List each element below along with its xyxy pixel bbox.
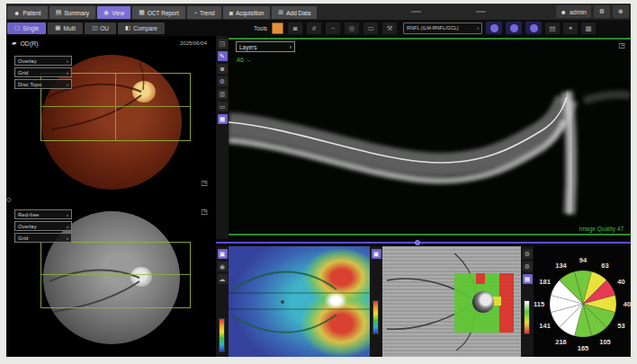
fullscreen-icon-bscan[interactable]: ◳ — [618, 41, 625, 49]
gear-icon[interactable]: ⚙ — [523, 262, 533, 271]
gear-icon[interactable]: ⚙ — [523, 249, 533, 259]
cloud-icon[interactable]: ☁ — [218, 274, 228, 284]
image-icon[interactable]: ▣ — [372, 249, 381, 259]
fullscreen-icon[interactable]: ◳ — [201, 179, 208, 187]
left-panel-header: ▰ OD(R) 2025/06/04 — [6, 36, 216, 50]
redfree-menu-stack: Red-free›Overlay›Grid› — [14, 209, 72, 243]
layers-button[interactable]: Layers › — [236, 41, 295, 52]
redfree-menu-red-free[interactable]: Red-free› — [14, 209, 72, 219]
overlap-button[interactable]: ▩ — [581, 22, 596, 34]
tab-patient[interactable]: ☻Patient — [7, 6, 48, 19]
report-icon: ▦ — [139, 9, 145, 16]
view-mode-ou[interactable]: ◫OU — [85, 22, 116, 34]
pie-value-hour-11: 134 — [555, 262, 567, 270]
tab-trend[interactable]: ◔Trend — [187, 6, 221, 19]
redfree-fundus-panel[interactable]: Red-free›Overlay›Grid› ◳ — [8, 200, 214, 354]
image-icon[interactable]: ▣ — [218, 249, 228, 259]
menu-label: Red-free — [18, 212, 39, 218]
tab-view[interactable]: ◉View — [97, 6, 130, 19]
circle-button-2[interactable] — [506, 22, 522, 34]
user-label: admin — [570, 9, 587, 15]
sig-red-patch-top — [476, 273, 485, 284]
settings-button[interactable]: ⚙ — [594, 5, 610, 18]
pie-value-hour-5: 105 — [599, 338, 611, 346]
camera-tool-button[interactable]: ◙ — [288, 22, 302, 34]
fullscreen-icon-2[interactable]: ◳ — [201, 208, 208, 216]
mode-label: Multi — [63, 25, 76, 31]
fundus-menu-disc-topo[interactable]: Disc Topo› — [14, 79, 72, 89]
ruler-tool-button[interactable]: ▭ — [363, 22, 378, 34]
menu-label: Overlay — [18, 224, 37, 229]
target-tool-button[interactable]: ◎ — [345, 22, 359, 34]
camera-icon[interactable]: ◙ — [218, 64, 228, 74]
chevron-right-icon: › — [67, 58, 68, 64]
menu-label: Grid — [18, 235, 28, 241]
circle-button-3[interactable] — [525, 22, 542, 34]
menu-label: Disc Topo — [18, 82, 41, 87]
mid-colorbar — [372, 300, 379, 334]
pie-value-hour-8: 141 — [539, 322, 551, 330]
pencil-icon[interactable]: ✎ — [218, 51, 228, 61]
pie-value-hour-1: 63 — [601, 262, 608, 270]
fundus-menu-stack: Overlay›Grid›Disc Topo› — [14, 56, 72, 89]
pie-value-hour-7: 216 — [555, 338, 567, 346]
view-mode-multi[interactable]: ▦Multi — [48, 22, 83, 34]
layer-map-dropdown[interactable]: RNFL (ILM-RNFL/GCL) › — [403, 22, 482, 34]
scan-grid-vline — [115, 73, 116, 141]
tab-summary[interactable]: ▤Summary — [49, 6, 95, 19]
line-tool-button[interactable]: − — [326, 22, 340, 34]
slider-knob[interactable] — [415, 240, 420, 245]
rnfl-clockhour-pie-panel[interactable]: 9463404053105165216141115181134 — [534, 246, 631, 357]
oct-bscan-image — [229, 36, 631, 239]
tab-add-data[interactable]: ⊞Add Data — [272, 6, 317, 19]
panel-button[interactable]: ▤ — [545, 22, 560, 34]
bscan-tool-strip: ◳✎◙⚙▥▭▦ — [216, 36, 229, 239]
compare-icon: ◧ — [125, 24, 130, 31]
power-icon: ⊗ — [618, 8, 624, 15]
pie-value-hour-3: 40 — [624, 300, 631, 308]
mode-label: Compare — [133, 25, 157, 31]
summary-icon: ▤ — [56, 9, 62, 16]
person-icon: ☻ — [13, 10, 20, 16]
grid-icon[interactable]: ▦ — [523, 274, 533, 284]
view-mode-single[interactable]: ▢Single — [7, 22, 46, 34]
circle-button-1[interactable] — [486, 22, 502, 34]
acquisition-icon: ◙ — [229, 10, 233, 16]
crop-tool-button[interactable]: # — [307, 22, 321, 34]
tab-acquisition[interactable]: ◙Acquisition — [223, 6, 271, 19]
wrench-tool-button[interactable]: ⚒ — [382, 22, 397, 34]
enface-image[interactable] — [382, 246, 521, 357]
oct-bscan-panel[interactable]: Layers › A6 → ◳ Image Quality 47 — [229, 36, 631, 239]
scan-index-label: A6 → — [237, 57, 251, 63]
slider-track — [216, 242, 631, 244]
fundus-menu-grid[interactable]: Grid› — [14, 67, 72, 77]
fundus-menu-overlay[interactable]: Overlay› — [14, 56, 72, 66]
chevron-right-icon: › — [67, 70, 68, 75]
app-window: ☻Patient▤Summary◉View▦OCT Report◔Trend◙A… — [6, 4, 631, 357]
view-toolbar: ▢Single▦Multi◫OU◧Compare Tools ◙#−◎▭⚒ RN… — [6, 20, 631, 36]
exit-button[interactable]: ⊗ — [613, 5, 629, 18]
file-icon[interactable]: ▥ — [218, 89, 228, 99]
eye-icon[interactable]: ◉ — [218, 262, 228, 271]
monitor-icon[interactable]: ▭ — [218, 102, 228, 111]
user-menu[interactable]: ☻ admin — [556, 5, 591, 18]
redfree-menu-overlay[interactable]: Overlay› — [14, 221, 72, 231]
tab-oct-report[interactable]: ▦OCT Report — [132, 6, 185, 19]
exam-date: 2025/06/04 — [180, 40, 207, 46]
star-button[interactable]: ✦ — [563, 22, 578, 34]
panel-divider-handle[interactable]: ◇ — [6, 196, 11, 203]
grid-icon[interactable]: ▦ — [218, 114, 228, 124]
active-tool-button[interactable] — [272, 22, 283, 34]
view-mode-compare[interactable]: ◧Compare — [118, 22, 165, 34]
top-navigation-bar: ☻Patient▤Summary◉View▦OCT Report◔Trend◙A… — [6, 4, 631, 20]
chevron-right-icon: › — [67, 224, 68, 229]
rnfl-thickness-map[interactable] — [229, 246, 370, 357]
circle-icon — [530, 24, 538, 32]
bscan-position-slider[interactable] — [216, 239, 631, 246]
color-fundus-panel[interactable]: Overlay›Grid›Disc Topo› ◳ — [8, 50, 214, 194]
menu-label: Grid — [18, 70, 28, 75]
expand-icon[interactable]: ◳ — [218, 39, 228, 49]
pie-value-hour-9: 115 — [534, 300, 544, 308]
redfree-menu-grid[interactable]: Grid› — [14, 233, 72, 243]
gear-icon[interactable]: ⚙ — [218, 76, 228, 86]
